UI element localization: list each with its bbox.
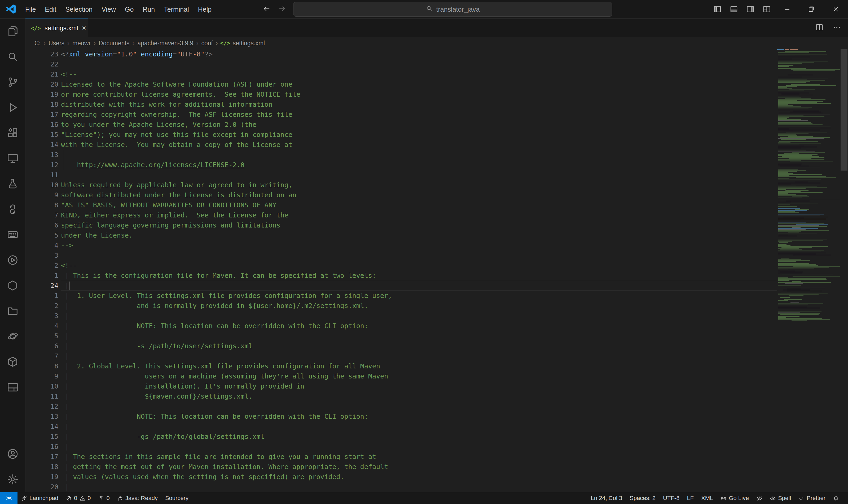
line-number[interactable]: 20 (25, 79, 58, 90)
line-number[interactable]: 19 (25, 90, 58, 100)
line-text[interactable]: | installation). It's normally provided … (61, 381, 777, 392)
editor-line[interactable]: 19or more contributor license agreements… (25, 90, 777, 100)
line-number[interactable]: 19 (25, 472, 58, 482)
breadcrumb-item[interactable]: Documents (98, 40, 130, 47)
editor-line[interactable]: 9 | users on a machine (assuming they're… (25, 371, 777, 381)
status-java-status[interactable]: Java: Ready (114, 492, 161, 504)
status-language-mode[interactable]: XML (697, 492, 717, 504)
status-remote-indicator[interactable]: >< (0, 492, 17, 504)
editor-line[interactable]: 15"License"); you may not use this file … (25, 130, 777, 140)
editor-line[interactable]: 17regarding copyright ownership. The ASF… (25, 110, 777, 120)
editor-line[interactable]: 14with the License. You may obtain a cop… (25, 140, 777, 150)
editor-line[interactable]: 8 | 2. Global Level. This settings.xml f… (25, 361, 777, 371)
line-text[interactable]: --> (61, 240, 777, 251)
editor-line[interactable]: 21<!-- (25, 69, 777, 79)
status-sourcery[interactable]: Sourcery (161, 492, 192, 504)
activity-testing-icon[interactable] (0, 171, 25, 197)
line-number[interactable]: 2 (25, 260, 58, 271)
line-number[interactable]: 4 (25, 321, 58, 331)
line-number[interactable]: 10 (25, 180, 58, 190)
editor-line[interactable]: 14 | (25, 421, 777, 432)
editor-line[interactable]: 15 | -gs /path/to/global/settings.xml (25, 432, 777, 442)
line-text[interactable] (61, 170, 777, 180)
line-text[interactable] (61, 150, 777, 160)
line-number[interactable]: 7 (25, 351, 58, 361)
activity-extensions-icon[interactable] (0, 120, 25, 146)
line-number[interactable]: 5 (25, 331, 58, 341)
activity-account-icon[interactable] (0, 441, 25, 467)
line-text[interactable]: software distributed under the License i… (61, 190, 777, 200)
line-text[interactable]: | getting the most out of your Maven ins… (61, 462, 777, 472)
line-number[interactable]: 10 (25, 381, 58, 392)
line-text[interactable]: | (61, 421, 777, 432)
editor-line[interactable]: 18 | getting the most out of your Maven … (25, 462, 777, 472)
editor-line[interactable]: 8"AS IS" BASIS, WITHOUT WARRANTIES OR CO… (25, 200, 777, 210)
menu-selection[interactable]: Selection (61, 0, 97, 19)
line-text[interactable]: | -s /path/to/user/settings.xml (61, 341, 777, 351)
activity-panel-layout-icon[interactable] (0, 375, 25, 400)
line-text[interactable]: specific language governing permissions … (61, 220, 777, 230)
activity-search-icon[interactable] (0, 44, 25, 69)
editor-line[interactable]: 11 | ${maven.conf}/settings.xml. (25, 392, 777, 401)
activity-keyboard-icon[interactable] (0, 222, 25, 247)
activity-source-control-icon[interactable] (0, 69, 25, 95)
line-number[interactable]: 9 (25, 190, 58, 200)
editor-line[interactable]: 19 | values (values used when the settin… (25, 472, 777, 482)
line-text[interactable] (61, 251, 777, 260)
line-text[interactable]: regarding copyright ownership. The ASF l… (61, 110, 777, 120)
line-text[interactable]: | (61, 331, 777, 341)
line-number[interactable]: 12 (25, 401, 58, 412)
status-spell-checker[interactable]: Spell (766, 492, 795, 504)
line-number[interactable]: 7 (25, 210, 58, 220)
activity-explorer-icon[interactable] (0, 19, 25, 44)
line-number[interactable]: 6 (25, 220, 58, 230)
line-text[interactable]: | (61, 401, 777, 412)
line-number[interactable]: 5 (25, 230, 58, 240)
activity-settings-gear-icon[interactable] (0, 467, 25, 492)
status-go-live[interactable]: Go Live (717, 492, 752, 504)
status-cursor-position[interactable]: Ln 24, Col 3 (587, 492, 626, 504)
line-text[interactable]: | (61, 482, 777, 492)
line-text[interactable]: | The sections in this sample file are i… (61, 452, 777, 462)
line-number[interactable]: 3 (25, 251, 58, 260)
line-text[interactable]: or more contributor license agreements. … (61, 90, 777, 100)
menu-view[interactable]: View (97, 0, 120, 19)
toggle-secondary-sidebar-icon[interactable] (742, 0, 758, 19)
line-text[interactable]: http://www.apache.org/licenses/LICENSE-2… (61, 160, 777, 170)
editor-line[interactable]: 12 | (25, 401, 777, 412)
line-text[interactable]: | (61, 442, 777, 452)
line-text[interactable]: | and is normally provided in ${user.hom… (61, 301, 777, 311)
breadcrumb-file[interactable]: </>settings.xml (220, 40, 265, 47)
line-text[interactable]: Licensed to the Apache Software Foundati… (61, 79, 777, 90)
toggle-panel-icon[interactable] (726, 0, 742, 19)
minimize-button[interactable] (775, 0, 799, 19)
activity-python-icon[interactable] (0, 197, 25, 222)
line-text[interactable]: | -gs /path/to/global/settings.xml (61, 432, 777, 442)
editor-line[interactable]: 10 | installation). It's normally provid… (25, 381, 777, 392)
navigate-forward-icon[interactable] (278, 4, 286, 14)
editor-line[interactable]: 20Licensed to the Apache Software Founda… (25, 79, 777, 90)
line-text[interactable]: <!-- (61, 69, 777, 79)
line-number[interactable]: 15 (25, 130, 58, 140)
customize-layout-icon[interactable] (758, 0, 775, 19)
editor-line[interactable]: 10Unless required by applicable law or a… (25, 180, 777, 190)
line-number[interactable]: 1 (25, 291, 58, 301)
line-text[interactable]: | (61, 311, 777, 321)
editor-line[interactable]: 2<!-- (25, 260, 777, 271)
toggle-primary-sidebar-icon[interactable] (709, 0, 726, 19)
line-text[interactable]: under the License. (61, 230, 777, 240)
editor-line[interactable]: 3 | (25, 311, 777, 321)
line-text[interactable]: | users on a machine (assuming they're a… (61, 371, 777, 381)
menu-go[interactable]: Go (120, 0, 138, 19)
status-prettier[interactable]: Prettier (795, 492, 829, 504)
line-text[interactable]: | values (values used when the setting i… (61, 472, 777, 482)
status-problems[interactable]: 00 (62, 492, 94, 504)
line-text[interactable]: <?xml version="1.0" encoding="UTF-8"?> (61, 49, 777, 59)
line-number[interactable]: 8 (25, 361, 58, 371)
status-ports[interactable]: 0 (94, 492, 113, 504)
editor-line[interactable]: 20 | (25, 482, 777, 492)
tab-settings.xml[interactable]: </>settings.xml× (25, 19, 88, 37)
activity-run-and-debug-icon[interactable] (0, 95, 25, 120)
line-text[interactable]: KIND, either express or implied. See the… (61, 210, 777, 220)
editor-line[interactable]: 6 | -s /path/to/user/settings.xml (25, 341, 777, 351)
